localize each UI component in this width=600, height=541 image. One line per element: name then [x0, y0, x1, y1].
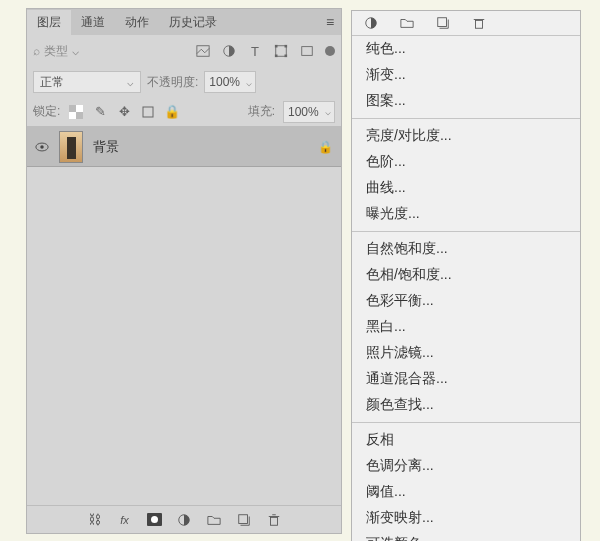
- panel-tabs: 图层 通道 动作 历史记录 ≡: [27, 9, 341, 35]
- menu-item[interactable]: 图案...: [352, 88, 580, 114]
- menu-separator: [352, 422, 580, 423]
- fill-input[interactable]: 100%: [283, 101, 335, 123]
- fill-label: 填充:: [248, 103, 275, 120]
- search-icon: ⌕: [33, 44, 40, 58]
- fx-icon[interactable]: fx: [117, 512, 133, 528]
- layer-name[interactable]: 背景: [93, 138, 308, 156]
- svg-rect-16: [270, 517, 277, 525]
- menu-separator: [352, 118, 580, 119]
- menu-item[interactable]: 照片滤镜...: [352, 340, 580, 366]
- menu-item[interactable]: 黑白...: [352, 314, 580, 340]
- menu-item[interactable]: 渐变映射...: [352, 505, 580, 531]
- visibility-icon[interactable]: [35, 140, 49, 154]
- layer-item[interactable]: 背景 🔒: [27, 127, 341, 167]
- svg-rect-7: [302, 47, 313, 56]
- filter-smart-icon[interactable]: [299, 43, 315, 59]
- filter-shape-icon[interactable]: [273, 43, 289, 59]
- svg-rect-5: [275, 55, 278, 58]
- filter-adjustment-icon[interactable]: [221, 43, 237, 59]
- menu-item[interactable]: 亮度/对比度...: [352, 123, 580, 149]
- svg-rect-21: [476, 20, 483, 28]
- adjustment-layer-icon[interactable]: [176, 512, 192, 528]
- lock-transparent-icon[interactable]: [68, 104, 84, 120]
- svg-rect-15: [238, 514, 247, 523]
- menu-item[interactable]: 反相: [352, 427, 580, 453]
- menu-folder-icon[interactable]: [398, 15, 416, 31]
- filter-image-icon[interactable]: [195, 43, 211, 59]
- menu-item[interactable]: 曝光度...: [352, 201, 580, 227]
- lock-label: 锁定:: [33, 103, 60, 120]
- chevron-down-icon: ⌵: [72, 44, 79, 58]
- filter-text-icon[interactable]: T: [247, 43, 263, 59]
- lock-all-icon[interactable]: 🔒: [164, 104, 180, 120]
- lock-pixels-icon[interactable]: ✎: [92, 104, 108, 120]
- layer-lock-icon[interactable]: 🔒: [318, 140, 333, 154]
- svg-rect-3: [275, 45, 278, 48]
- menu-item[interactable]: 通道混合器...: [352, 366, 580, 392]
- menu-icon-row: [352, 11, 580, 36]
- svg-rect-20: [438, 18, 447, 27]
- menu-group-1: 纯色... 渐变... 图案...: [352, 36, 580, 114]
- menu-item[interactable]: 颜色查找...: [352, 392, 580, 418]
- menu-group-3: 自然饱和度... 色相/饱和度... 色彩平衡... 黑白... 照片滤镜...…: [352, 236, 580, 418]
- menu-item[interactable]: 色相/饱和度...: [352, 262, 580, 288]
- group-icon[interactable]: [206, 512, 222, 528]
- menu-trash-icon[interactable]: [470, 15, 488, 31]
- menu-item[interactable]: 可选颜色...: [352, 531, 580, 541]
- menu-group-4: 反相 色调分离... 阈值... 渐变映射... 可选颜色...: [352, 427, 580, 541]
- menu-item[interactable]: 色阶...: [352, 149, 580, 175]
- menu-item[interactable]: 色调分离...: [352, 453, 580, 479]
- menu-adjustment-icon[interactable]: [362, 15, 380, 31]
- menu-new-icon[interactable]: [434, 15, 452, 31]
- svg-rect-11: [143, 107, 153, 117]
- opacity-input[interactable]: 100%: [204, 71, 256, 93]
- panel-footer: ⛓ fx: [27, 505, 341, 533]
- svg-point-13: [40, 145, 44, 149]
- layers-panel: 图层 通道 动作 历史记录 ≡ ⌕ 类型 ⌵ T 正常 不透明度: 100% 锁…: [26, 8, 342, 534]
- layer-thumbnail: [59, 131, 83, 163]
- filter-toggle-icon[interactable]: [325, 46, 335, 56]
- opacity-label: 不透明度:: [147, 74, 198, 91]
- menu-item[interactable]: 自然饱和度...: [352, 236, 580, 262]
- menu-item[interactable]: 曲线...: [352, 175, 580, 201]
- tab-channels[interactable]: 通道: [71, 10, 115, 35]
- menu-item[interactable]: 色彩平衡...: [352, 288, 580, 314]
- filter-type[interactable]: ⌕ 类型 ⌵: [33, 43, 79, 60]
- menu-item[interactable]: 纯色...: [352, 36, 580, 62]
- filter-row: ⌕ 类型 ⌵ T: [27, 35, 341, 67]
- filter-label: 类型: [44, 43, 68, 60]
- link-icon[interactable]: ⛓: [87, 512, 103, 528]
- svg-rect-10: [76, 112, 83, 119]
- menu-group-2: 亮度/对比度... 色阶... 曲线... 曝光度...: [352, 123, 580, 227]
- trash-icon[interactable]: [266, 512, 282, 528]
- svg-rect-4: [285, 45, 288, 48]
- svg-rect-6: [285, 55, 288, 58]
- mask-icon[interactable]: [147, 513, 162, 526]
- menu-separator: [352, 231, 580, 232]
- menu-item[interactable]: 渐变...: [352, 62, 580, 88]
- blend-row: 正常 不透明度: 100%: [27, 67, 341, 97]
- lock-position-icon[interactable]: ✥: [116, 104, 132, 120]
- adjustment-menu: 纯色... 渐变... 图案... 亮度/对比度... 色阶... 曲线... …: [351, 10, 581, 541]
- new-layer-icon[interactable]: [236, 512, 252, 528]
- blend-mode-select[interactable]: 正常: [33, 71, 141, 93]
- panel-menu-icon[interactable]: ≡: [319, 14, 341, 30]
- tab-layers[interactable]: 图层: [27, 10, 71, 35]
- lock-row: 锁定: ✎ ✥ 🔒 填充: 100%: [27, 97, 341, 127]
- tab-actions[interactable]: 动作: [115, 10, 159, 35]
- svg-rect-9: [69, 105, 76, 112]
- menu-item[interactable]: 阈值...: [352, 479, 580, 505]
- lock-artboard-icon[interactable]: [140, 104, 156, 120]
- tab-history[interactable]: 历史记录: [159, 10, 227, 35]
